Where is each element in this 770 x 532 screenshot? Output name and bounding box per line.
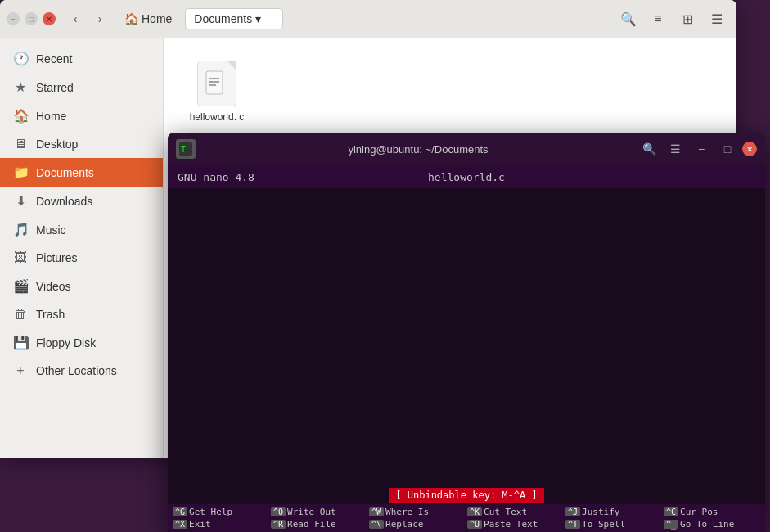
shortcut-key: ^C bbox=[664, 507, 678, 516]
back-button[interactable]: ‹ bbox=[64, 7, 87, 30]
shortcut-label: Cut Text bbox=[484, 507, 527, 517]
floppy-icon: 💾 bbox=[13, 335, 28, 350]
terminal-icon: T bbox=[176, 139, 196, 159]
shortcut-key: ^X bbox=[173, 520, 187, 529]
shortcut-exit: ^X Exit bbox=[168, 518, 266, 530]
sidebar-item-label: Desktop bbox=[36, 138, 78, 151]
sidebar-item-desktop[interactable]: 🖥 Desktop bbox=[0, 130, 163, 158]
desktop-icon: 🖥 bbox=[13, 137, 28, 151]
menu-button[interactable]: ☰ bbox=[704, 6, 730, 32]
titlebar-actions: 🔍 ≡ ⊞ ☰ bbox=[615, 6, 730, 32]
terminal-close-button[interactable]: ✕ bbox=[742, 142, 757, 156]
terminal-maximize-button[interactable]: □ bbox=[716, 138, 739, 160]
minimize-button[interactable]: − bbox=[7, 12, 20, 25]
shortcut-cut-text: ^K Cut Text bbox=[462, 506, 561, 518]
shortcut-label: Get Help bbox=[189, 507, 232, 517]
terminal-status-bar: [ Unbindable key: M-^A ] bbox=[168, 486, 765, 504]
svg-text:T: T bbox=[181, 145, 186, 154]
shortcut-label: Read File bbox=[287, 519, 336, 530]
nano-header-bar: GNU nano 4.8 helloworld.c bbox=[168, 165, 765, 188]
shortcut-read-file: ^R Read File bbox=[266, 518, 364, 530]
shortcut-to-spell: ^T To Spell bbox=[561, 518, 659, 530]
shortcut-key: ^O bbox=[271, 507, 286, 516]
shortcut-label: Exit bbox=[189, 519, 211, 530]
shortcut-key: ^R bbox=[271, 520, 286, 529]
shortcut-key: ^K bbox=[467, 507, 482, 516]
svg-rect-0 bbox=[206, 71, 223, 94]
shortcut-key: ^T bbox=[565, 520, 580, 529]
nano-version: GNU nano 4.8 bbox=[178, 171, 370, 183]
sidebar-item-trash[interactable]: 🗑 Trash bbox=[0, 300, 163, 328]
sidebar-item-floppy[interactable]: 💾 Floppy Disk bbox=[0, 328, 163, 357]
sidebar-item-starred[interactable]: ★ Starred bbox=[0, 73, 163, 101]
terminal-window-actions: 🔍 ☰ − □ ✕ bbox=[637, 138, 757, 160]
shortcut-label: To Spell bbox=[582, 519, 625, 530]
sidebar-item-downloads[interactable]: ⬇ Downloads bbox=[0, 187, 163, 215]
shortcut-label: Write Out bbox=[287, 507, 336, 517]
star-icon: ★ bbox=[13, 79, 28, 95]
file-manager-titlebar: − □ ✕ ‹ › 🏠 Home Documents ▾ 🔍 ≡ ⊞ ☰ bbox=[0, 0, 736, 38]
shortcut-where-is: ^W Where Is bbox=[364, 506, 462, 518]
location-dropdown-icon: ▾ bbox=[255, 12, 261, 25]
sidebar-item-label: Home bbox=[36, 110, 66, 123]
file-icon bbox=[197, 61, 236, 106]
home-button[interactable]: 🏠 Home bbox=[116, 9, 180, 29]
navigation-arrows: ‹ › bbox=[64, 7, 111, 30]
sidebar-item-recent[interactable]: 🕐 Recent bbox=[0, 44, 163, 73]
shortcut-key: ^_ bbox=[664, 520, 678, 529]
sidebar-item-label: Trash bbox=[36, 308, 65, 321]
location-bar[interactable]: Documents ▾ bbox=[185, 8, 283, 29]
downloads-icon: ⬇ bbox=[13, 193, 28, 209]
forward-button[interactable]: › bbox=[88, 7, 111, 30]
file-item[interactable]: helloworld. c bbox=[180, 54, 254, 129]
home-label: Home bbox=[142, 12, 172, 25]
sidebar-item-label: Pictures bbox=[36, 251, 78, 264]
shortcut-paste-text: ^U Paste Text bbox=[462, 518, 561, 530]
shortcut-write-out: ^O Write Out bbox=[266, 506, 364, 518]
shortcut-label: Cur Pos bbox=[680, 507, 718, 517]
file-name: helloworld. c bbox=[190, 111, 245, 123]
status-message: [ Unbindable key: M-^A ] bbox=[389, 488, 543, 503]
sidebar: 🕐 Recent ★ Starred 🏠 Home 🖥 Desktop 📁 Do… bbox=[0, 38, 164, 458]
location-label: Documents bbox=[194, 12, 252, 25]
shortcut-label: Justify bbox=[582, 507, 619, 517]
shortcut-key: ^G bbox=[173, 507, 187, 516]
sidebar-item-label: Documents bbox=[36, 166, 94, 179]
view-toggle-button[interactable]: ≡ bbox=[645, 6, 671, 32]
sidebar-item-music[interactable]: 🎵 Music bbox=[0, 215, 163, 244]
shortcut-go-to-line: ^_ Go To Line bbox=[659, 518, 757, 530]
home-sidebar-icon: 🏠 bbox=[13, 108, 28, 124]
shortcut-cur-pos: ^C Cur Pos bbox=[659, 506, 757, 518]
shortcut-key: ^W bbox=[369, 507, 384, 516]
sidebar-item-label: Music bbox=[36, 223, 66, 237]
terminal-body[interactable] bbox=[168, 188, 765, 486]
terminal-window: T yining@ubuntu: ~/Documents 🔍 ☰ − □ ✕ G… bbox=[168, 133, 765, 532]
nano-shortcuts: ^G Get Help ^O Write Out ^W Where Is ^K … bbox=[168, 504, 765, 532]
shortcut-key: ^U bbox=[467, 520, 482, 529]
maximize-button[interactable]: □ bbox=[25, 12, 38, 25]
shortcut-key: ^J bbox=[565, 507, 580, 516]
documents-icon: 📁 bbox=[13, 165, 28, 180]
search-button[interactable]: 🔍 bbox=[615, 6, 642, 32]
shortcut-justify: ^J Justify bbox=[561, 506, 659, 518]
sidebar-item-videos[interactable]: 🎬 Videos bbox=[0, 272, 163, 300]
trash-icon: 🗑 bbox=[13, 307, 28, 322]
sidebar-item-other-locations[interactable]: + Other Locations bbox=[0, 357, 163, 385]
sidebar-item-pictures[interactable]: 🖼 Pictures bbox=[0, 244, 163, 272]
videos-icon: 🎬 bbox=[13, 278, 28, 294]
sidebar-item-label: Starred bbox=[36, 81, 74, 94]
terminal-menu-button[interactable]: ☰ bbox=[664, 138, 687, 160]
sidebar-item-label: Downloads bbox=[36, 195, 92, 208]
sidebar-item-label: Recent bbox=[36, 52, 72, 65]
close-button[interactable]: ✕ bbox=[43, 12, 56, 25]
shortcut-label: Paste Text bbox=[484, 519, 538, 530]
sidebar-item-documents[interactable]: 📁 Documents bbox=[0, 158, 163, 187]
recent-icon: 🕐 bbox=[13, 51, 28, 66]
view-options-button[interactable]: ⊞ bbox=[674, 6, 700, 32]
terminal-minimize-button[interactable]: − bbox=[690, 138, 713, 160]
sidebar-item-home[interactable]: 🏠 Home bbox=[0, 101, 163, 130]
sidebar-item-label: Floppy Disk bbox=[36, 336, 96, 349]
shortcut-label: Replace bbox=[385, 519, 423, 530]
music-icon: 🎵 bbox=[13, 222, 28, 237]
terminal-search-button[interactable]: 🔍 bbox=[637, 138, 660, 160]
